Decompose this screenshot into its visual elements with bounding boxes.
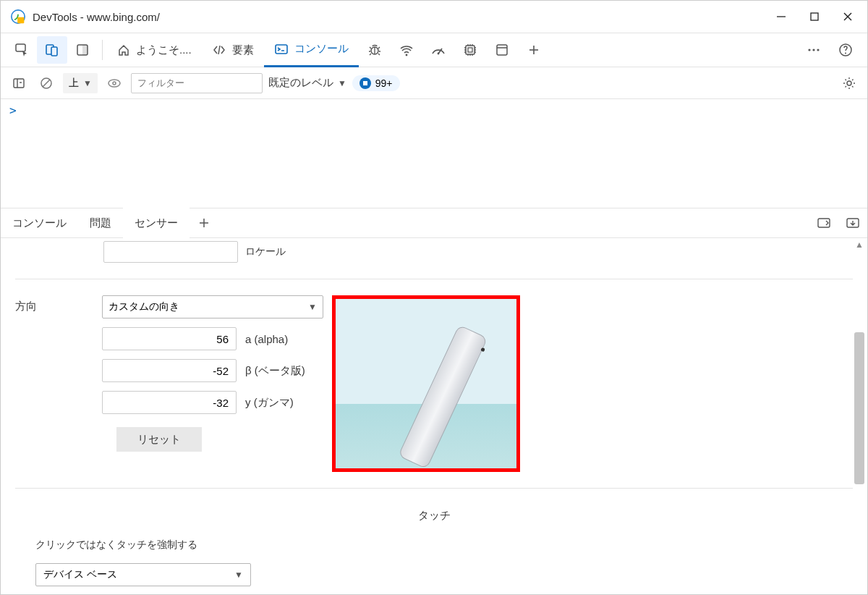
tab-console-label: コンソール bbox=[294, 42, 349, 56]
touch-section-title: タッチ bbox=[15, 509, 853, 523]
divider bbox=[15, 279, 853, 279]
orientation-preview[interactable] bbox=[332, 295, 520, 472]
orientation-preset-value: カスタムの向き bbox=[109, 300, 179, 313]
add-tab-icon[interactable] bbox=[518, 36, 550, 64]
chevron-down-icon: ▼ bbox=[234, 570, 243, 580]
touch-device-select[interactable]: デバイス ベース ▼ bbox=[35, 563, 251, 586]
svg-rect-34 bbox=[363, 81, 367, 85]
code-icon bbox=[212, 43, 226, 56]
levels-label: 既定のレベル bbox=[268, 76, 333, 90]
svg-rect-10 bbox=[82, 45, 88, 55]
network-icon[interactable] bbox=[391, 36, 422, 64]
scrollbar[interactable]: ▲ bbox=[853, 238, 866, 595]
performance-icon[interactable] bbox=[422, 36, 454, 64]
tab-elements[interactable]: 要素 bbox=[202, 33, 264, 67]
issues-counter[interactable]: 99+ bbox=[352, 75, 400, 91]
console-prompt: > bbox=[9, 104, 17, 117]
toggle-sidebar-icon[interactable] bbox=[8, 72, 30, 94]
memory-icon[interactable] bbox=[454, 36, 486, 64]
svg-rect-8 bbox=[51, 47, 57, 56]
context-label: 上 bbox=[69, 77, 79, 90]
svg-rect-3 bbox=[811, 13, 818, 20]
divider bbox=[15, 488, 853, 489]
live-expression-icon[interactable] bbox=[103, 72, 125, 94]
bug-icon[interactable] bbox=[359, 36, 391, 64]
console-icon bbox=[274, 43, 289, 56]
reset-button[interactable]: リセット bbox=[116, 427, 202, 452]
svg-point-16 bbox=[437, 53, 439, 55]
filter-input[interactable] bbox=[131, 73, 263, 93]
window-minimize-button[interactable] bbox=[765, 1, 798, 33]
window-close-button[interactable] bbox=[831, 1, 864, 33]
dock-icon[interactable] bbox=[67, 36, 98, 64]
issues-count: 99+ bbox=[375, 77, 393, 89]
svg-rect-11 bbox=[276, 45, 287, 54]
touch-device-value: デバイス ベース bbox=[43, 568, 117, 581]
help-icon[interactable] bbox=[830, 36, 861, 64]
locale-label: ロケール bbox=[245, 245, 286, 258]
more-options-icon[interactable] bbox=[798, 36, 830, 64]
inspect-icon[interactable] bbox=[7, 36, 37, 64]
app-icon bbox=[11, 9, 25, 24]
drawer-dock-icon[interactable] bbox=[809, 208, 838, 238]
svg-point-32 bbox=[109, 80, 120, 87]
svg-point-33 bbox=[113, 82, 116, 85]
scrollbar-thumb[interactable] bbox=[854, 332, 864, 484]
execution-context-selector[interactable]: 上 ▼ bbox=[63, 73, 98, 93]
gamma-input[interactable] bbox=[102, 391, 237, 414]
orientation-preset-select[interactable]: カスタムの向き ▼ bbox=[102, 295, 323, 318]
drawer-tab-console[interactable]: コンソール bbox=[1, 208, 78, 238]
tab-console[interactable]: コンソール bbox=[264, 33, 359, 67]
sensors-panel: ロケール 方向 カスタムの向き ▼ a (alpha) β ( bbox=[1, 238, 867, 595]
clear-console-icon[interactable] bbox=[35, 72, 57, 94]
svg-rect-17 bbox=[466, 46, 475, 54]
svg-line-31 bbox=[43, 80, 50, 87]
tab-welcome[interactable]: ようこそ.... bbox=[107, 33, 202, 67]
chevron-down-icon: ▼ bbox=[83, 78, 92, 88]
console-body[interactable]: > bbox=[1, 99, 867, 208]
window-maximize-button[interactable] bbox=[798, 1, 831, 33]
beta-input[interactable] bbox=[102, 359, 237, 382]
phone-model[interactable] bbox=[398, 324, 488, 469]
svg-point-35 bbox=[847, 81, 851, 85]
drawer-collapse-icon[interactable] bbox=[838, 208, 867, 238]
home-icon bbox=[117, 43, 130, 56]
svg-point-14 bbox=[405, 54, 407, 56]
add-drawer-tab-icon[interactable] bbox=[190, 208, 218, 238]
chevron-down-icon: ▼ bbox=[308, 302, 317, 312]
svg-rect-28 bbox=[14, 79, 24, 88]
console-settings-icon[interactable] bbox=[838, 72, 860, 94]
svg-rect-18 bbox=[468, 48, 472, 52]
svg-point-27 bbox=[845, 53, 846, 54]
svg-rect-6 bbox=[16, 44, 25, 51]
svg-rect-1 bbox=[17, 17, 24, 23]
svg-point-23 bbox=[808, 48, 810, 51]
issues-badge-icon bbox=[359, 77, 371, 89]
force-touch-label: クリックではなくタッチを強制する bbox=[35, 539, 853, 552]
window-titlebar: DevTools - www.bing.com/ bbox=[1, 1, 867, 33]
svg-rect-19 bbox=[497, 45, 507, 55]
svg-point-24 bbox=[812, 48, 814, 51]
alpha-label: a (alpha) bbox=[245, 333, 288, 345]
scroll-up-icon[interactable]: ▲ bbox=[853, 238, 866, 251]
gamma-label: y (ガンマ) bbox=[245, 396, 294, 410]
drawer-tabbar: コンソール 問題 センサー bbox=[1, 208, 867, 238]
drawer-tab-issues[interactable]: 問題 bbox=[78, 208, 123, 238]
log-levels-selector[interactable]: 既定のレベル ▼ bbox=[268, 76, 346, 90]
chevron-down-icon: ▼ bbox=[338, 78, 346, 88]
alpha-input[interactable] bbox=[102, 327, 237, 350]
orientation-section-label: 方向 bbox=[15, 300, 102, 472]
application-icon[interactable] bbox=[486, 36, 518, 64]
separator bbox=[102, 40, 103, 60]
tab-elements-label: 要素 bbox=[232, 43, 254, 57]
locale-input[interactable] bbox=[103, 241, 238, 263]
drawer-tab-sensors[interactable]: センサー bbox=[123, 208, 190, 238]
window-title: DevTools - www.bing.com/ bbox=[33, 11, 765, 23]
beta-label: β (ベータ版) bbox=[245, 364, 305, 378]
tab-welcome-label: ようこそ.... bbox=[136, 43, 192, 57]
device-toggle-icon[interactable] bbox=[37, 36, 67, 64]
main-tabbar: ようこそ.... 要素 コンソール bbox=[1, 33, 867, 67]
console-toolbar: 上 ▼ 既定のレベル ▼ 99+ bbox=[1, 67, 867, 99]
svg-point-25 bbox=[817, 48, 819, 51]
